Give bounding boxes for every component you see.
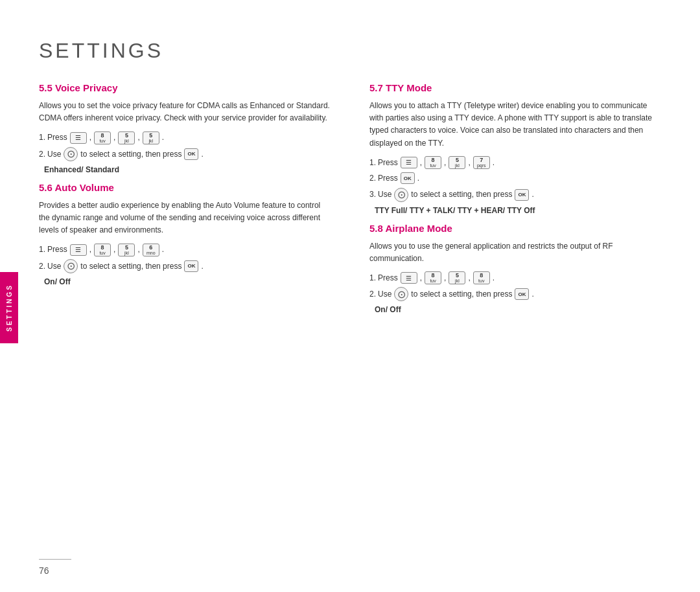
av-step2-use: Use bbox=[47, 260, 61, 273]
tty-mode-body: Allows you to attach a TTY (Teletype wri… bbox=[369, 100, 661, 150]
air-comma2: , bbox=[444, 271, 446, 284]
voice-privacy-options: Enhanced/ Standard bbox=[39, 165, 331, 174]
air-step2-number: 2. bbox=[369, 288, 376, 301]
step1-number: 1. bbox=[39, 131, 45, 144]
tty-step2-number: 2. bbox=[369, 172, 376, 185]
auto-volume-heading: 5.6 Auto Volume bbox=[39, 182, 331, 193]
tty-mode-heading: 5.7 TTY Mode bbox=[369, 82, 661, 93]
key-menu-tty1: ☰ bbox=[401, 157, 417, 168]
av-comma1: , bbox=[89, 243, 91, 256]
ok-key-tty2: OK bbox=[401, 172, 415, 184]
key-7pqrs-tty1: 7pqrs bbox=[473, 156, 490, 169]
key-menu-av1: ☰ bbox=[70, 244, 87, 256]
key-5jkl-tty1: 5jkl bbox=[449, 156, 465, 169]
tty-period2: . bbox=[417, 172, 419, 185]
voice-privacy-heading: 5.5 Voice Privacy bbox=[39, 82, 331, 93]
page-number: 76 bbox=[39, 565, 49, 576]
air-step2-use: Use bbox=[378, 288, 391, 301]
tty-step1: 1. Press ☰ , 8tuv , 5jkl , 7pqrs . bbox=[369, 156, 661, 169]
ok-key-1: OK bbox=[184, 148, 198, 160]
tty-comma1: , bbox=[420, 156, 422, 169]
tty-period3: . bbox=[531, 188, 533, 201]
key-5jkl-1: 5jkl bbox=[118, 131, 135, 144]
tty-step2: 2. Press OK . bbox=[369, 172, 661, 185]
air-step1-number: 1. bbox=[369, 271, 376, 284]
side-tab: SETTINGS bbox=[0, 272, 18, 343]
key-8tuv-tty1: 8tuv bbox=[425, 156, 441, 169]
tty-period1: . bbox=[493, 156, 495, 169]
section-voice-privacy: 5.5 Voice Privacy Allows you to set the … bbox=[39, 82, 331, 174]
voice-privacy-body: Allows you to set the voice privacy feat… bbox=[39, 100, 331, 124]
air-comma3: , bbox=[468, 271, 470, 284]
comma1: , bbox=[89, 131, 91, 144]
nav-key-1: ⊙ bbox=[64, 147, 78, 161]
av-comma2: , bbox=[113, 243, 115, 256]
nav-key-tty3: ⊙ bbox=[394, 188, 408, 202]
tty-step3: 3. Use ⊙ to select a setting, then press… bbox=[369, 188, 661, 202]
side-tab-label: SETTINGS bbox=[6, 284, 13, 332]
tty-step2-press: Press bbox=[378, 172, 398, 185]
av-step2-number: 2. bbox=[39, 260, 45, 273]
step2-number: 2. bbox=[39, 148, 45, 161]
bottom-divider bbox=[39, 559, 71, 560]
av-step2-text: to select a setting, then press bbox=[80, 260, 181, 273]
tty-step1-press: Press bbox=[378, 156, 398, 169]
nav-key-air2: ⊙ bbox=[394, 287, 408, 301]
period1: . bbox=[162, 131, 164, 144]
av-comma3: , bbox=[137, 243, 139, 256]
step2-text: to select a setting, then press bbox=[80, 148, 181, 161]
key-5jkl-air1: 5jkl bbox=[449, 271, 465, 284]
auto-volume-body: Provides a better audio experience by en… bbox=[39, 199, 331, 237]
section-tty-mode: 5.7 TTY Mode Allows you to attach a TTY … bbox=[369, 82, 661, 215]
key-menu-air1: ☰ bbox=[401, 272, 417, 284]
av-period2: . bbox=[201, 260, 203, 273]
key-8tuv-1: 8tuv bbox=[94, 131, 111, 144]
auto-volume-step1: 1. Press ☰ , 8tuv , 5jkl , 6mno . bbox=[39, 243, 331, 256]
tty-step1-number: 1. bbox=[369, 156, 376, 169]
air-period2: . bbox=[531, 288, 533, 301]
tty-step3-use: Use bbox=[378, 188, 391, 201]
av-step1-number: 1. bbox=[39, 243, 45, 256]
period2: . bbox=[201, 148, 203, 161]
air-comma1: , bbox=[420, 271, 422, 284]
columns-container: 5.5 Voice Privacy Allows you to set the … bbox=[39, 82, 661, 322]
tty-step3-text: to select a setting, then press bbox=[411, 188, 512, 201]
main-content: SETTINGS 5.5 Voice Privacy Allows you to… bbox=[39, 39, 661, 553]
left-column: 5.5 Voice Privacy Allows you to set the … bbox=[39, 82, 331, 322]
av-step1-press: Press bbox=[47, 243, 67, 256]
voice-privacy-step1: 1. Press ☰ , 8tuv , 5jkl , 5jkl . bbox=[39, 131, 331, 144]
step2-use: Use bbox=[47, 148, 61, 161]
key-5jkl-av1: 5jkl bbox=[118, 244, 135, 256]
page: SETTINGS SETTINGS 5.5 Voice Privacy Allo… bbox=[0, 0, 700, 592]
step1-press: Press bbox=[47, 131, 67, 144]
airplane-mode-heading: 5.8 Airplane Mode bbox=[369, 223, 661, 234]
key-8tuv-av1: 8tuv bbox=[94, 244, 111, 256]
airplane-step2: 2. Use ⊙ to select a setting, then press… bbox=[369, 287, 661, 301]
tty-mode-options: TTY Full/ TTY + TALK/ TTY + HEAR/ TTY Of… bbox=[369, 206, 661, 215]
airplane-mode-body: Allows you to use the general applicatio… bbox=[369, 240, 661, 265]
key-8tuv-air2: 8tuv bbox=[473, 271, 490, 284]
ok-key-air2: OK bbox=[515, 288, 529, 300]
tty-step3-number: 3. bbox=[369, 188, 376, 201]
section-auto-volume: 5.6 Auto Volume Provides a better audio … bbox=[39, 182, 331, 286]
air-step2-text: to select a setting, then press bbox=[411, 288, 512, 301]
key-8tuv-air1: 8tuv bbox=[425, 271, 441, 284]
nav-key-av2: ⊙ bbox=[64, 259, 78, 273]
auto-volume-options: On/ Off bbox=[39, 277, 331, 286]
airplane-mode-options: On/ Off bbox=[369, 305, 661, 314]
comma3: , bbox=[137, 131, 139, 144]
comma2: , bbox=[113, 131, 115, 144]
right-column: 5.7 TTY Mode Allows you to attach a TTY … bbox=[369, 82, 661, 322]
ok-key-av2: OK bbox=[184, 260, 198, 272]
key-6mno-av1: 6mno bbox=[143, 244, 159, 256]
airplane-step1: 1. Press ☰ , 8tuv , 5jkl , 8tuv . bbox=[369, 271, 661, 284]
auto-volume-step2: 2. Use ⊙ to select a setting, then press… bbox=[39, 259, 331, 273]
voice-privacy-step2: 2. Use ⊙ to select a setting, then press… bbox=[39, 147, 331, 161]
av-period1: . bbox=[162, 243, 164, 256]
key-menu-1: ☰ bbox=[70, 132, 87, 144]
air-period1: . bbox=[493, 271, 495, 284]
page-title: SETTINGS bbox=[39, 39, 661, 63]
key-5jkl-2: 5jkl bbox=[143, 131, 159, 144]
ok-key-tty3: OK bbox=[515, 189, 529, 201]
tty-comma2: , bbox=[444, 156, 446, 169]
